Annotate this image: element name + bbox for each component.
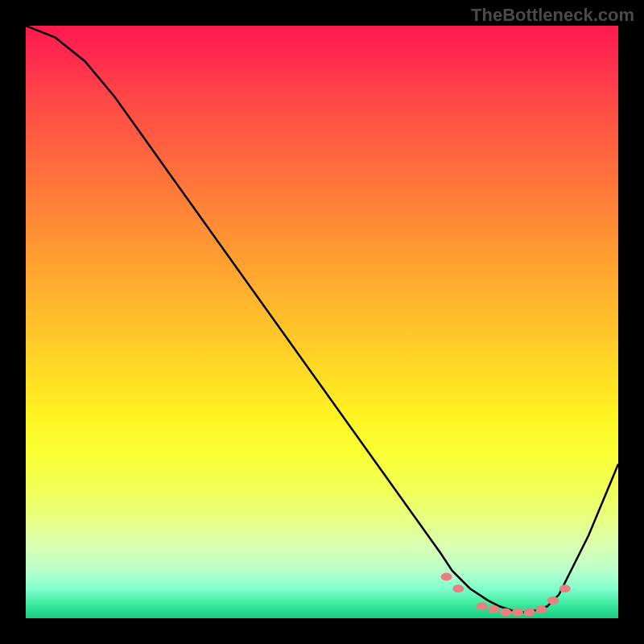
marker-dot [535, 605, 547, 613]
marker-dot [512, 609, 523, 617]
marker-dot [477, 602, 488, 610]
plot-area [26, 26, 618, 618]
marker-dot [441, 573, 452, 581]
marker-dot [559, 584, 571, 592]
curve-path [26, 26, 618, 613]
curve-svg [26, 26, 618, 618]
bottleneck-curve [26, 26, 618, 613]
marker-dot [524, 609, 535, 617]
marker-dot [452, 584, 464, 592]
watermark-text: TheBottleneck.com [471, 5, 634, 26]
chart-container: TheBottleneck.com [0, 0, 644, 644]
marker-dot [500, 609, 511, 617]
marker-dot [488, 605, 499, 613]
marker-dot [547, 597, 559, 605]
